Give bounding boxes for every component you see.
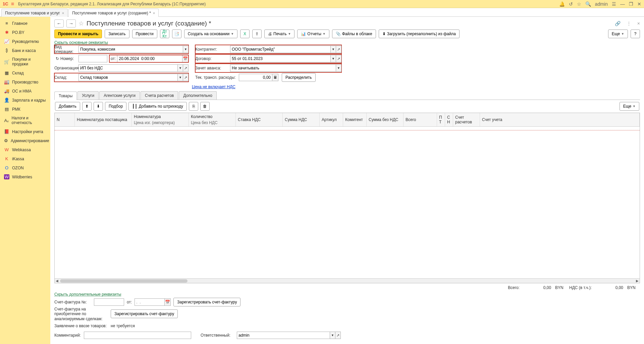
sidebar-item-webkassa[interactable]: WWebkassa	[0, 145, 50, 154]
copy-doc-icon[interactable]: 📑	[172, 30, 181, 38]
calendar-icon[interactable]: 📅	[165, 298, 171, 306]
sidebar-item-assets[interactable]: 🚚ОС и НМА	[0, 87, 50, 96]
move-down-button[interactable]: ⬇	[94, 102, 103, 111]
add-barcode-button[interactable]: ┃║ Добавить по штрихкоду	[128, 102, 187, 111]
user-label[interactable]: admin	[595, 1, 608, 7]
insert-icon[interactable]: ⎘	[189, 102, 198, 111]
op-type-input[interactable]	[78, 46, 183, 53]
post-button[interactable]: Провести	[132, 30, 157, 38]
advance-input[interactable]	[230, 64, 336, 72]
open-icon[interactable]: ↗	[183, 74, 189, 81]
pick-button[interactable]: Подбор	[105, 102, 126, 111]
sidebar-item-tax[interactable]: AᵧНалоги и отчетность	[0, 114, 50, 127]
dropdown-icon[interactable]: ▼	[183, 46, 189, 53]
sidebar-item-salary[interactable]: 👤Зарплата и кадры	[0, 96, 50, 105]
sidebar-item-poby[interactable]: ✱PO.BY	[0, 28, 50, 37]
close-icon[interactable]: ×	[153, 11, 155, 15]
sidebar-item-manager[interactable]: 📈Руководителю	[0, 37, 50, 46]
post-and-close-button[interactable]: Провести и закрыть	[54, 30, 102, 38]
help-button[interactable]: ?	[631, 30, 640, 38]
col-vat-rate[interactable]: Ставка НДС	[236, 113, 283, 126]
add-row-button[interactable]: Добавить	[55, 102, 80, 111]
load-file-button[interactable]: ⬇Загрузить (перезаполнить) из файла	[379, 30, 460, 38]
calc-icon[interactable]: 🖩	[272, 74, 278, 81]
open-icon[interactable]: ↗	[183, 64, 189, 72]
more-icon[interactable]: ⋮	[627, 21, 631, 26]
vat-link[interactable]: Цена не включает НДС	[192, 84, 640, 89]
dropdown-icon[interactable]: ▼	[178, 74, 183, 81]
grid-body[interactable]	[55, 127, 640, 278]
register-invoice2-button[interactable]: Зарегистрировать счет-фактуру	[111, 309, 178, 318]
distribute-button[interactable]: Распределить	[282, 73, 316, 82]
table-more-button[interactable]: Еще▼	[620, 102, 639, 111]
dropdown-icon[interactable]: ▼	[330, 332, 335, 339]
sidebar-item-wildberries[interactable]: WWildberries	[0, 172, 50, 181]
excel-icon[interactable]: X	[240, 30, 250, 38]
col-vat-sum[interactable]: Сумма НДС	[283, 113, 320, 126]
sidebar-item-admin[interactable]: ⚙Администрирование	[0, 136, 50, 145]
register-invoice-button[interactable]: Зарегистрировать счет-фактуру	[173, 298, 240, 306]
hide-extra-link[interactable]: Скрыть дополнительные реквизиты	[54, 292, 640, 297]
delete-icon[interactable]: 🗑	[200, 102, 210, 111]
counterparty-input[interactable]	[230, 46, 331, 53]
col-qty[interactable]: КоличествоЦена без НДС	[189, 113, 236, 126]
close-icon[interactable]: ×	[62, 11, 64, 15]
h-scrollbar[interactable]: ◀ ▶	[55, 278, 640, 283]
tab-accounts[interactable]: Счета расчетов	[141, 91, 178, 100]
col-total[interactable]: Всего	[404, 113, 437, 126]
invoice-date-input[interactable]	[135, 298, 165, 306]
create-based-button[interactable]: Создать на основании▼	[184, 30, 237, 38]
col-sum-no-vat[interactable]: Сумма без НДС	[367, 113, 404, 126]
restore-icon[interactable]: ❐	[629, 1, 633, 7]
open-icon[interactable]: ↗	[336, 46, 341, 53]
bell-icon[interactable]: 🔔	[559, 1, 565, 7]
burger-icon[interactable]: ≡	[11, 1, 14, 7]
sidebar-item-ikassa[interactable]: KiKassa	[0, 154, 50, 163]
col-acct2[interactable]: Счет учета	[480, 113, 640, 126]
number-input[interactable]	[78, 55, 107, 62]
dropdown-icon[interactable]: ▼	[178, 64, 183, 72]
dropdown-icon[interactable]: ▼	[331, 55, 336, 62]
link-icon[interactable]: 🔗	[615, 21, 621, 26]
col-acct[interactable]: Счет расчетов	[453, 113, 480, 126]
sidebar-item-settings[interactable]: 📕Настройки учета	[0, 127, 50, 136]
col-committent[interactable]: Комитент	[343, 113, 367, 126]
print-button[interactable]: 🖨Печать▼	[264, 30, 294, 38]
menu-icon[interactable]: ☰	[612, 1, 616, 7]
sidebar-item-ozon[interactable]: OOZON	[0, 163, 50, 172]
col-supplier-nom[interactable]: Номенклатура поставщика	[75, 113, 132, 126]
tab-services[interactable]: Услуги	[77, 91, 99, 100]
favorite-icon[interactable]: ☆	[78, 20, 84, 27]
sidebar-item-production[interactable]: 🏭Производство	[0, 77, 50, 87]
warehouse-input[interactable]	[78, 74, 178, 81]
search-icon[interactable]: 🔍	[585, 1, 591, 7]
save-button[interactable]: Записать	[105, 30, 129, 38]
dropdown-icon[interactable]: ▼	[336, 64, 341, 72]
tab-item[interactable]: Поступление товаров и услуг (создание) *…	[68, 9, 159, 17]
close-icon[interactable]: ×	[637, 21, 640, 26]
refresh-icon[interactable]: ↻	[54, 56, 60, 61]
scrollbar-thumb[interactable]	[60, 279, 187, 283]
col-nom[interactable]: НоменклатураЦена изг. (импортера)	[132, 113, 189, 126]
invoice-no-input[interactable]	[94, 298, 124, 306]
files-cloud-button[interactable]: 📎Файлы в облаке	[332, 30, 376, 38]
nav-back-button[interactable]: ←	[54, 19, 64, 27]
export-icon[interactable]: ⇪	[252, 30, 262, 38]
reports-button[interactable]: 📊Отчеты▼	[297, 30, 329, 38]
calendar-icon[interactable]: 📅	[182, 55, 189, 62]
scroll-right-icon[interactable]: ▶	[635, 279, 640, 283]
sidebar-item-bank[interactable]: ₿Банк и касса	[0, 46, 50, 55]
sidebar-item-rmk[interactable]: ▤РМК	[0, 105, 50, 114]
dtct-icon[interactable]: ДтКт	[160, 30, 169, 38]
col-sn[interactable]: С Н	[445, 113, 453, 126]
transport-input[interactable]	[239, 74, 272, 81]
close-window-icon[interactable]: ✕	[637, 1, 641, 7]
more-button[interactable]: Еще▼	[608, 30, 628, 38]
sidebar-item-sales[interactable]: 🛒Покупки и продажи	[0, 55, 50, 68]
date-input[interactable]	[117, 55, 182, 62]
history-icon[interactable]: ↺	[569, 1, 573, 7]
open-icon[interactable]: ↗	[336, 55, 341, 62]
col-article[interactable]: Артикул	[320, 113, 343, 126]
col-n[interactable]: N	[55, 113, 75, 126]
dropdown-icon[interactable]: ▼	[331, 46, 336, 53]
